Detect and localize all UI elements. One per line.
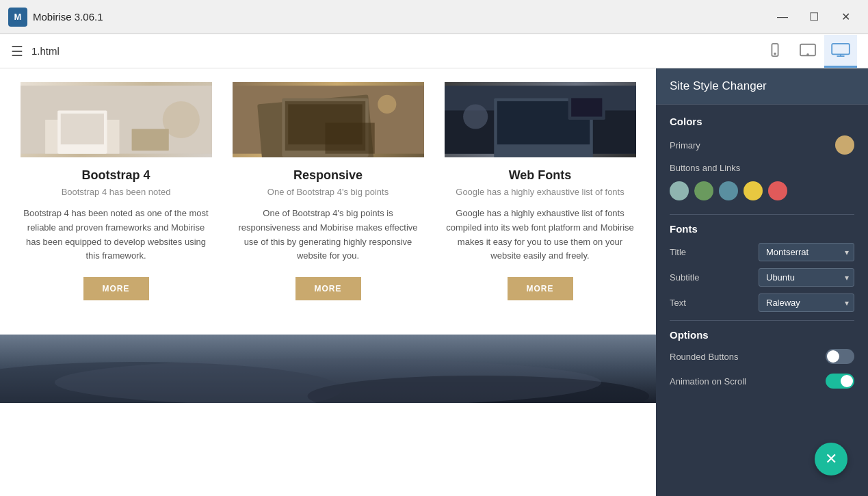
svg-rect-10 xyxy=(131,129,168,151)
title-bar-left: M Mobirise 3.06.1 xyxy=(8,8,103,27)
title-font-row: Title Montserrat xyxy=(670,243,854,261)
title-font-select-wrapper: Montserrat xyxy=(759,243,854,261)
divider-2 xyxy=(670,320,854,321)
svg-rect-4 xyxy=(832,44,850,55)
animation-scroll-toggle-knob xyxy=(841,375,853,387)
fonts-section-label: Fonts xyxy=(670,223,854,235)
color-swatches xyxy=(670,181,854,200)
card-2-image xyxy=(233,82,424,157)
swatch-green[interactable] xyxy=(694,181,713,200)
card-1-subtitle: Bootstrap 4 has been noted xyxy=(21,187,212,197)
svg-rect-24 xyxy=(571,98,602,116)
cards-section: Bootstrap 4 Bootstrap 4 has been noted B… xyxy=(0,68,656,335)
card-3-subtitle: Google has a highly exhaustive list of f… xyxy=(445,187,636,197)
rounded-buttons-toggle-knob xyxy=(827,350,839,363)
rounded-buttons-row: Rounded Buttons xyxy=(670,349,854,364)
divider-1 xyxy=(670,214,854,215)
title-bar-controls: — ☐ ✕ xyxy=(768,6,860,28)
card-2-more-button[interactable]: MORE xyxy=(295,277,361,300)
swatch-teal[interactable] xyxy=(670,181,689,200)
svg-point-16 xyxy=(378,95,396,114)
text-font-label: Text xyxy=(670,298,686,308)
svg-rect-8 xyxy=(60,114,103,144)
card-2-title: Responsive xyxy=(233,168,424,183)
bottom-strip xyxy=(0,335,656,403)
card-3-more-button[interactable]: MORE xyxy=(508,277,573,300)
card-2-body: One of Bootstrap 4's big points is respo… xyxy=(233,207,424,263)
text-font-select-wrapper: Raleway xyxy=(759,293,854,312)
text-font-row: Text Raleway xyxy=(670,293,854,312)
minimize-button[interactable]: — xyxy=(768,6,797,28)
primary-color-swatch[interactable] xyxy=(835,135,854,155)
title-bar: M Mobirise 3.06.1 — ☐ ✕ xyxy=(0,0,868,34)
title-font-select[interactable]: Montserrat xyxy=(759,243,854,261)
panel-header: Site Style Changer xyxy=(656,68,868,105)
svg-rect-17 xyxy=(325,123,374,154)
colors-section-label: Colors xyxy=(670,116,854,127)
card-1: Bootstrap 4 Bootstrap 4 has been noted B… xyxy=(10,82,222,314)
animation-scroll-row: Animation on Scroll xyxy=(670,374,854,389)
card-3: Web Fonts Google has a highly exhaustive… xyxy=(434,82,646,314)
subtitle-font-row: Subtitle Ubuntu xyxy=(670,268,854,287)
device-icons xyxy=(759,35,857,68)
rounded-buttons-toggle[interactable] xyxy=(826,349,854,364)
desktop-view-button[interactable] xyxy=(824,35,857,68)
fab-button[interactable]: ✕ xyxy=(815,443,847,475)
cards-row: Bootstrap 4 Bootstrap 4 has been noted B… xyxy=(0,82,656,314)
card-1-body: Bootstrap 4 has been noted as one of the… xyxy=(21,207,212,263)
hamburger-icon[interactable]: ☰ xyxy=(11,43,23,60)
card-1-image xyxy=(21,82,212,157)
card-3-image xyxy=(445,82,636,157)
svg-point-22 xyxy=(463,104,488,129)
card-2-subtitle: One of Bootstrap 4's big points xyxy=(233,187,424,197)
toolbar: ☰ 1.html xyxy=(0,34,868,68)
options-section-label: Options xyxy=(670,329,854,341)
maximize-button[interactable]: ☐ xyxy=(800,6,828,28)
animation-scroll-toggle-wrap xyxy=(826,374,854,389)
card-1-title: Bootstrap 4 xyxy=(21,168,212,183)
subtitle-font-select-wrapper: Ubuntu xyxy=(759,268,854,287)
right-panel: Site Style Changer Colors Primary Button… xyxy=(656,68,868,496)
mobile-view-button[interactable] xyxy=(759,35,791,68)
subtitle-font-label: Subtitle xyxy=(670,272,699,283)
app-title: Mobirise 3.06.1 xyxy=(33,11,103,23)
buttons-links-row: Buttons and Links xyxy=(670,163,854,173)
app-icon: M xyxy=(8,8,27,27)
close-button[interactable]: ✕ xyxy=(831,6,860,28)
swatch-coral[interactable] xyxy=(768,181,787,200)
primary-color-row: Primary xyxy=(670,135,854,155)
card-1-more-button[interactable]: MORE xyxy=(83,277,149,300)
main-layout: Bootstrap 4 Bootstrap 4 has been noted B… xyxy=(0,68,868,496)
file-name: 1.html xyxy=(31,45,60,57)
animation-scroll-toggle[interactable] xyxy=(826,374,854,389)
card-3-title: Web Fonts xyxy=(445,168,636,183)
primary-color-label: Primary xyxy=(670,140,700,151)
card-3-body: Google has a highly exhaustive list of f… xyxy=(445,207,636,263)
card-2: Responsive One of Bootstrap 4's big poin… xyxy=(222,82,434,314)
svg-point-1 xyxy=(774,53,776,55)
svg-point-3 xyxy=(807,54,808,55)
animation-scroll-label: Animation on Scroll xyxy=(670,376,746,387)
content-area: Bootstrap 4 Bootstrap 4 has been noted B… xyxy=(0,68,656,496)
subtitle-font-select[interactable]: Ubuntu xyxy=(759,268,854,287)
title-font-label: Title xyxy=(670,247,686,257)
rounded-buttons-toggle-wrap xyxy=(826,349,854,364)
text-font-select[interactable]: Raleway xyxy=(759,293,854,312)
buttons-links-label: Buttons and Links xyxy=(670,163,740,173)
swatch-steel-blue[interactable] xyxy=(719,181,738,200)
swatch-yellow[interactable] xyxy=(744,181,763,200)
panel-body: Colors Primary Buttons and Links Fonts T… xyxy=(656,105,868,409)
rounded-buttons-label: Rounded Buttons xyxy=(670,352,738,362)
tablet-view-button[interactable] xyxy=(791,35,824,68)
